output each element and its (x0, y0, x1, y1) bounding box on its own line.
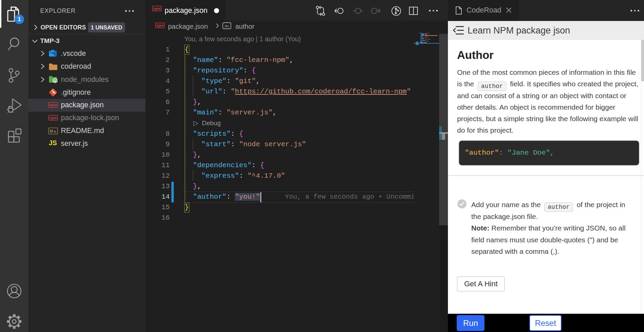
svg-text:npm: npm (49, 116, 56, 120)
svg-text:M: M (50, 129, 53, 134)
svg-text:npm: npm (153, 7, 160, 10)
svg-text:npm: npm (49, 103, 56, 107)
svg-text:abc: abc (224, 24, 229, 28)
svg-text:js: js (54, 80, 56, 83)
svg-text:npm: npm (156, 24, 163, 27)
